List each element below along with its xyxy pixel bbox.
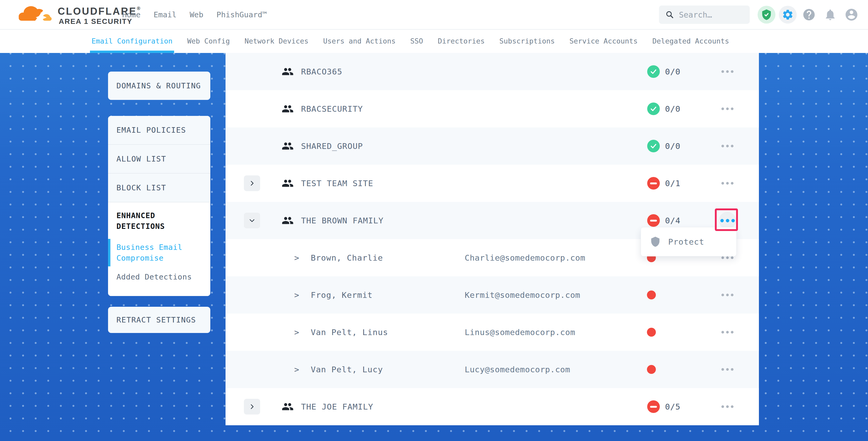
member-chevron[interactable]: >	[294, 327, 299, 337]
dots-icon	[726, 368, 729, 371]
dots-icon	[721, 368, 724, 371]
dots-icon	[726, 145, 729, 147]
group-name: RBACSECURITY	[301, 104, 363, 114]
group-name: THE JOE FAMILY	[301, 402, 373, 411]
enhanced-detections-title[interactable]: ENHANCED DETECTIONS	[117, 210, 195, 231]
minus-icon	[650, 220, 657, 222]
notifications-bell-icon[interactable]	[821, 6, 839, 24]
expand-button[interactable]	[244, 213, 260, 228]
dots-icon	[721, 107, 724, 110]
protected-count: 0/4	[665, 216, 681, 225]
status-badge	[647, 214, 660, 227]
tab-web-config[interactable]: Web Config	[187, 29, 230, 53]
group-name: RBACO365	[301, 67, 342, 76]
search-box[interactable]	[659, 5, 750, 24]
sidebar-item-allow-list[interactable]: ALLOW LIST	[108, 145, 210, 174]
context-menu-item-protect[interactable]: Protect	[668, 237, 704, 247]
sidebar-policies-card: EMAIL POLICIESALLOW LISTBLOCK LIST ENHAN…	[108, 116, 210, 296]
status-badge	[647, 140, 660, 152]
row-menu-button[interactable]	[719, 286, 736, 304]
expand-button[interactable]	[244, 176, 260, 191]
group-name: TEST TEAM SITE	[301, 179, 373, 188]
member-name: Van Pelt, Lucy	[311, 365, 383, 374]
dots-icon	[731, 405, 734, 408]
tab-sso[interactable]: SSO	[410, 29, 423, 53]
member-status-dot	[647, 328, 656, 337]
member-name: Van Pelt, Linus	[311, 327, 388, 337]
table-row: TEST TEAM SITE 0/1	[225, 165, 759, 202]
settings-gear-icon[interactable]	[779, 6, 797, 24]
row-menu-button[interactable]	[719, 100, 736, 118]
group-name: THE BROWN FAMILY	[301, 216, 384, 225]
dots-icon	[731, 107, 734, 110]
tab-subscriptions[interactable]: Subscriptions	[499, 29, 555, 53]
check-icon	[650, 68, 657, 75]
chevron-right-icon	[249, 403, 255, 410]
tab-service-accounts[interactable]: Service Accounts	[569, 29, 638, 53]
tab-directories[interactable]: Directories	[438, 29, 485, 53]
dots-icon	[726, 294, 729, 296]
top-nav-item[interactable]: Web	[190, 10, 203, 19]
member-email: Linus@somedemocorp.com	[465, 327, 575, 337]
group-icon	[282, 140, 294, 152]
tab-delegated-accounts[interactable]: Delegated Accounts	[652, 29, 729, 53]
member-email: Charlie@somedemocorp.com	[465, 253, 585, 262]
member-chevron[interactable]: >	[294, 253, 299, 262]
top-nav-item[interactable]: Email	[154, 10, 177, 19]
row-menu-button[interactable]	[719, 137, 736, 155]
group-icon	[282, 66, 294, 77]
top-header: CLOUDFLARE® AREA 1 SECURITY HomeEmailWeb…	[0, 0, 868, 30]
status-badge	[647, 102, 660, 115]
section-tabs: Email ConfigurationWeb ConfigNetwork Dev…	[0, 29, 868, 53]
dots-icon	[726, 182, 729, 185]
minus-icon	[650, 183, 657, 184]
chevron-right-icon	[249, 217, 255, 224]
account-icon[interactable]	[843, 6, 860, 24]
sidebar-item-domains-routing[interactable]: DOMAINS & ROUTING	[108, 71, 210, 100]
tab-email-configuration[interactable]: Email Configuration	[92, 29, 173, 53]
member-chevron[interactable]: >	[294, 365, 299, 374]
help-icon[interactable]	[800, 6, 818, 24]
member-chevron[interactable]: >	[294, 290, 299, 300]
top-nav-item[interactable]: Home	[122, 10, 141, 19]
sidebar-item-block-list[interactable]: BLOCK LIST	[108, 174, 210, 202]
group-name: SHARED_GROUP	[301, 141, 363, 151]
table-row: THE JOE FAMILY 0/5	[225, 388, 759, 425]
protected-count: 0/0	[665, 104, 681, 114]
row-menu-button[interactable]	[719, 398, 736, 415]
member-status-dot	[647, 365, 656, 374]
tab-users-and-actions[interactable]: Users and Actions	[323, 29, 396, 53]
protected-count: 0/1	[665, 179, 681, 188]
dots-icon	[726, 256, 729, 259]
expand-button[interactable]	[244, 399, 260, 414]
app-root: CLOUDFLARE® AREA 1 SECURITY HomeEmailWeb…	[0, 0, 868, 441]
member-status-dot	[647, 290, 656, 300]
dots-icon	[721, 70, 724, 73]
row-menu-button[interactable]	[719, 361, 736, 378]
dots-icon	[731, 294, 734, 296]
tab-network-devices[interactable]: Network Devices	[244, 29, 308, 53]
sidebar-item-retract-settings[interactable]: RETRACT SETTINGS	[108, 307, 210, 333]
sidebar-item-added-detections[interactable]: Added Detections	[117, 267, 195, 287]
group-icon	[282, 103, 294, 115]
group-icon	[282, 177, 294, 189]
search-input[interactable]	[678, 10, 737, 20]
dots-icon	[721, 256, 724, 259]
table-row: SHARED_GROUP 0/0	[225, 127, 759, 165]
row-menu-button[interactable]	[719, 63, 736, 80]
table-row: > Van Pelt, Linus Linus@somedemocorp.com	[225, 314, 759, 351]
table-row: RBACO365 0/0	[225, 53, 759, 90]
row-menu-button[interactable]	[719, 175, 736, 192]
top-nav-item[interactable]: PhishGuard™	[217, 10, 267, 19]
top-nav: HomeEmailWebPhishGuard™	[122, 0, 267, 29]
group-icon	[282, 401, 294, 413]
row-menu-button[interactable]	[719, 323, 736, 341]
dots-icon	[721, 405, 724, 408]
shield-check-icon[interactable]	[757, 6, 775, 24]
dots-icon	[731, 368, 734, 371]
sidebar-item-business-email-compromise[interactable]: Business Email Compromise	[117, 238, 195, 267]
shield-icon	[650, 236, 661, 247]
sidebar-item-email-policies[interactable]: EMAIL POLICIES	[108, 116, 210, 145]
member-name: Brown, Charlie	[311, 253, 383, 262]
row-menu-button[interactable]	[719, 212, 736, 229]
